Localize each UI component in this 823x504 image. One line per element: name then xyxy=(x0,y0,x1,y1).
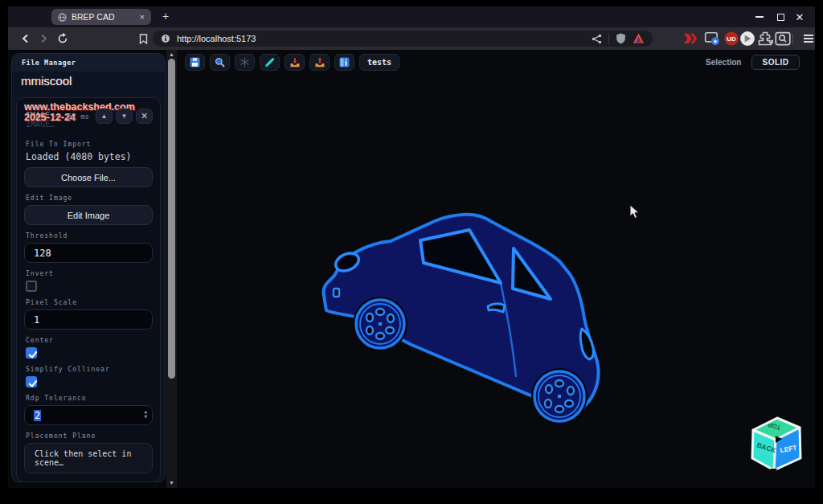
scrollbar-thumb[interactable] xyxy=(168,59,175,379)
invert-checkbox[interactable] xyxy=(26,281,37,292)
scroll-down-icon[interactable]: ▼ xyxy=(166,478,177,488)
extension-red-flags-icon[interactable] xyxy=(683,31,699,47)
back-button[interactable] xyxy=(18,31,34,47)
site-info-icon[interactable] xyxy=(161,34,170,43)
extension-play-circle-icon[interactable] xyxy=(739,31,755,47)
forward-button[interactable] xyxy=(35,31,51,47)
simplify-collinear-label: Simplify Collinear xyxy=(26,366,151,373)
search-tabs-icon[interactable] xyxy=(775,31,791,47)
move-up-button[interactable]: ▲ xyxy=(96,109,113,124)
zoom-tool-button[interactable] xyxy=(210,54,230,71)
placement-plane-button[interactable]: Click then select in scene… xyxy=(24,443,153,473)
number-stepper[interactable]: ▲▼ xyxy=(144,409,147,418)
placement-plane-label: Placement Plane xyxy=(26,432,151,440)
move-down-button[interactable]: ▼ xyxy=(116,109,133,124)
center-label: Center xyxy=(26,337,151,344)
save-button[interactable] xyxy=(185,54,205,71)
image-feature-card: IMAGE — IMAGE… www.thebackshed.com 2025-… xyxy=(16,97,161,482)
page-scrollbar[interactable]: ▲ ▼ xyxy=(166,50,177,488)
brave-rewards-icon[interactable] xyxy=(633,33,645,44)
choose-file-button[interactable]: Choose File... xyxy=(24,167,153,187)
center-checkbox[interactable] xyxy=(26,347,37,359)
file-manager-panel: File Manager mmiscool IMAGE — IMAGE… www… xyxy=(11,53,166,482)
svg-text:★: ★ xyxy=(713,38,718,45)
bookmark-icon[interactable] xyxy=(135,31,151,47)
selection-label: Selection xyxy=(706,58,741,67)
svg-text:UD: UD xyxy=(727,35,736,43)
owner-name[interactable]: mmiscool xyxy=(12,72,165,94)
feature-time: 52 ms xyxy=(68,113,89,121)
delete-feature-button[interactable]: ✕ xyxy=(136,109,153,124)
browser-tab[interactable]: BREP CAD × xyxy=(51,9,151,25)
export-button[interactable] xyxy=(309,54,330,71)
window-close-button[interactable]: ✕ xyxy=(791,6,809,27)
invert-label: Invert xyxy=(26,270,151,277)
pixel-scale-input[interactable]: 1 xyxy=(24,309,153,330)
mouse-cursor xyxy=(629,204,641,220)
import-button[interactable] xyxy=(285,54,305,71)
simplify-collinear-checkbox[interactable] xyxy=(26,376,37,387)
threshold-input[interactable]: 128 xyxy=(24,243,153,263)
tab-close-icon[interactable]: × xyxy=(140,13,145,22)
url-text[interactable]: http://localhost:5173 xyxy=(177,34,585,43)
extension-screenshot-icon[interactable]: ★ xyxy=(704,31,720,47)
new-tab-button[interactable]: + xyxy=(158,9,174,25)
car-sketch[interactable] xyxy=(313,205,619,438)
rotate-arrow-icon[interactable] xyxy=(770,469,777,474)
snap-tool-button[interactable] xyxy=(235,54,255,71)
edit-image-label: Edit Image xyxy=(26,195,151,202)
extensions-puzzle-icon[interactable] xyxy=(757,31,773,47)
shield-icon[interactable] xyxy=(616,33,626,44)
window-maximize-button[interactable] xyxy=(772,6,789,27)
file-manager-title: File Manager xyxy=(12,54,165,72)
rdp-tolerance-label: Rdp Tolerance xyxy=(26,395,151,402)
extension-ud-badge-icon[interactable]: UD xyxy=(723,31,739,47)
selection-mode-button[interactable]: SOLID xyxy=(751,55,800,70)
tab-title: BREP CAD xyxy=(72,12,135,22)
rdp-tolerance-input[interactable]: 2 ▲▼ xyxy=(24,405,153,425)
feature-header: IMAGE — IMAGE… www.thebackshed.com 2025-… xyxy=(24,104,153,133)
browser-titlebar: BREP CAD × + ✕ xyxy=(8,6,815,27)
file-to-import-label: File To Import xyxy=(26,141,151,148)
menu-button[interactable] xyxy=(800,31,817,47)
sketch-tool-button[interactable] xyxy=(260,54,280,71)
share-icon[interactable] xyxy=(592,34,602,44)
view-cube[interactable]: TOP BACK LEFT xyxy=(739,410,810,481)
pixel-scale-label: Pixel Scale xyxy=(26,299,151,306)
tests-button[interactable]: tests xyxy=(359,54,399,71)
urlbar-divider xyxy=(608,34,609,43)
threshold-label: Threshold xyxy=(26,232,151,240)
reload-button[interactable] xyxy=(55,31,71,47)
browser-window: BREP CAD × + ✕ http://localhost:5173 xyxy=(8,6,815,488)
info-panel-icon xyxy=(339,57,350,68)
browser-navbar: http://localhost:5173 ★ UD xyxy=(8,27,815,50)
window-minimize-button[interactable] xyxy=(751,6,768,27)
import-icon xyxy=(289,57,301,68)
navbar-divider xyxy=(792,34,793,43)
export-icon xyxy=(314,57,326,68)
pencil-icon xyxy=(264,57,275,68)
url-bar[interactable]: http://localhost:5173 xyxy=(153,31,653,47)
globe-favicon-icon xyxy=(58,13,67,22)
info-panel-button[interactable] xyxy=(334,54,354,71)
snowflake-icon xyxy=(240,57,250,68)
app-canvas[interactable]: File Manager mmiscool IMAGE — IMAGE… www… xyxy=(8,50,815,488)
save-icon xyxy=(190,57,200,68)
file-status: Loaded (4080 bytes) xyxy=(26,151,151,162)
zoom-icon xyxy=(215,57,225,68)
edit-image-button[interactable]: Edit Image xyxy=(24,205,153,225)
